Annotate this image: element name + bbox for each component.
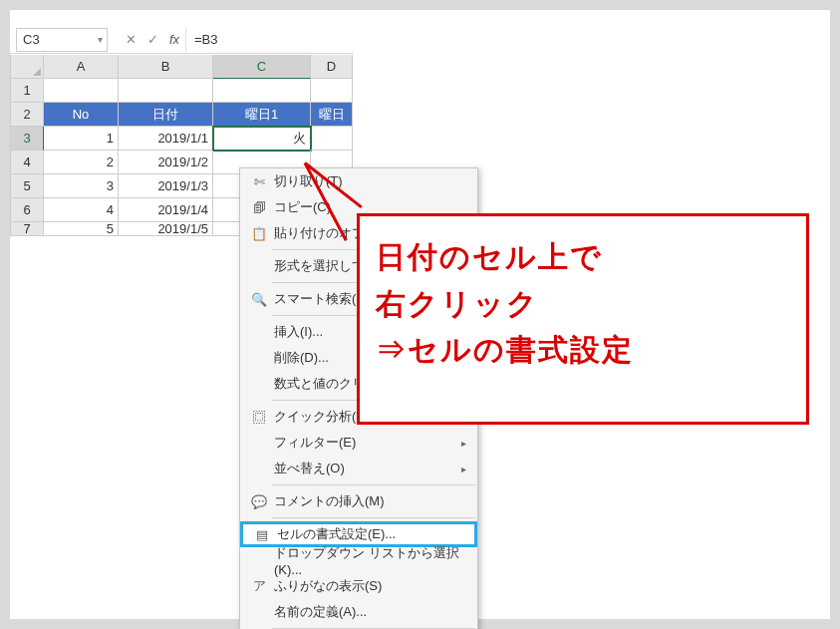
menu-item[interactable]: 💬コメントの挿入(M) — [240, 488, 477, 514]
paste-options-icon: 📋 — [246, 223, 272, 243]
row-head-6[interactable]: 6 — [10, 198, 44, 222]
row-head-5[interactable]: 5 — [10, 174, 44, 198]
menu-item-label: ドロップダウン リストから選択(K)... — [272, 544, 461, 577]
fx-icon[interactable]: fx — [163, 32, 185, 47]
select-all-corner[interactable] — [10, 55, 44, 79]
cell-B3[interactable]: 2019/1/1 — [119, 127, 213, 151]
menu-icon-blank — [246, 374, 272, 394]
format-cells-icon: ▤ — [249, 524, 275, 544]
cell-B2[interactable]: 日付 — [119, 103, 213, 127]
cell-C2[interactable]: 曜日1 — [213, 103, 311, 127]
menu-icon-blank — [246, 459, 272, 478]
cell-A2[interactable]: No — [44, 103, 119, 127]
menu-item-label: 名前の定義(A)... — [272, 603, 461, 621]
cell-C1[interactable] — [213, 79, 311, 103]
cell-B7[interactable]: 2019/1/5 — [119, 222, 213, 236]
menu-item-label: ふりがなの表示(S) — [272, 577, 461, 595]
col-head-C[interactable]: C — [213, 55, 311, 79]
cell-B5[interactable]: 2019/1/3 — [119, 174, 213, 198]
menu-item-label: コメントの挿入(M) — [272, 492, 461, 510]
menu-icon-blank — [246, 433, 272, 453]
cell-B6[interactable]: 2019/1/4 — [119, 198, 213, 222]
menu-item[interactable]: フィルター(E)▸ — [240, 430, 477, 456]
menu-icon-blank — [246, 602, 272, 622]
col-head-A[interactable]: A — [44, 55, 119, 79]
menu-item[interactable]: ドロップダウン リストから選択(K)... — [240, 547, 477, 573]
menu-item-label: フィルター(E) — [272, 434, 461, 452]
cell-A6[interactable]: 4 — [44, 198, 119, 222]
cancel-icon[interactable]: ✕ — [120, 32, 141, 47]
cell-B1[interactable] — [119, 79, 213, 103]
menu-item-label: セルの書式設定(E)... — [275, 525, 458, 543]
menu-item-label: 並べ替え(O) — [272, 460, 461, 477]
name-box-value: C3 — [17, 32, 93, 47]
row-head-4[interactable]: 4 — [10, 151, 44, 174]
formula-bar: C3 ▾ ✕ ✓ fx =B3 — [10, 26, 354, 54]
menu-item[interactable]: アふりがなの表示(S) — [240, 573, 477, 599]
cell-A7[interactable]: 5 — [44, 222, 119, 236]
menu-separator — [272, 517, 475, 518]
cut-icon: ✄ — [246, 171, 272, 191]
cell-B4[interactable]: 2019/1/2 — [119, 151, 213, 174]
phonetic-icon: ア — [246, 576, 272, 596]
smart-lookup-icon: 🔍 — [246, 289, 272, 309]
comment-icon: 💬 — [246, 491, 272, 511]
callout-line-3: ⇒セルの書式設定 — [376, 327, 790, 374]
submenu-arrow-icon: ▸ — [461, 464, 477, 474]
row-head-3[interactable]: 3 — [10, 127, 44, 151]
name-box[interactable]: C3 ▾ — [16, 28, 108, 52]
cell-D2[interactable]: 曜日 — [311, 103, 353, 127]
row-head-2[interactable]: 2 — [10, 103, 44, 127]
chevron-down-icon[interactable]: ▾ — [93, 34, 107, 45]
menu-item[interactable]: 並べ替え(O)▸ — [240, 456, 477, 481]
cell-A5[interactable]: 3 — [44, 174, 119, 198]
menu-icon-blank — [246, 322, 272, 342]
instruction-callout: 日付のセル上で 右クリック ⇒セルの書式設定 — [357, 213, 809, 425]
menu-icon-blank — [246, 348, 272, 368]
submenu-arrow-icon: ▸ — [461, 438, 477, 449]
col-head-B[interactable]: B — [119, 55, 213, 79]
callout-line-1: 日付のセル上で — [376, 234, 790, 281]
cell-C3[interactable]: 火 — [213, 127, 311, 151]
menu-icon-blank — [246, 256, 272, 276]
quick-analysis-icon: ⿴ — [246, 407, 272, 427]
menu-separator — [272, 484, 475, 485]
menu-item[interactable]: 名前の定義(A)... — [240, 599, 477, 625]
cell-D1[interactable] — [311, 79, 353, 103]
cell-A1[interactable] — [44, 79, 119, 103]
cell-A3[interactable]: 1 — [44, 127, 119, 151]
menu-item-label: 切り取り(T) — [272, 172, 461, 190]
col-head-D[interactable]: D — [311, 55, 353, 79]
menu-icon-blank — [246, 550, 272, 570]
cell-A4[interactable]: 2 — [44, 151, 119, 174]
row-head-1[interactable]: 1 — [10, 79, 44, 103]
copy-icon: 🗐 — [246, 197, 272, 217]
callout-line-2: 右クリック — [376, 281, 790, 328]
row-head-7[interactable]: 7 — [10, 222, 44, 236]
menu-item[interactable]: ✄切り取り(T) — [240, 168, 477, 194]
check-icon[interactable]: ✓ — [141, 32, 163, 47]
formula-input[interactable]: =B3 — [185, 28, 354, 52]
cell-D3[interactable] — [311, 127, 353, 151]
